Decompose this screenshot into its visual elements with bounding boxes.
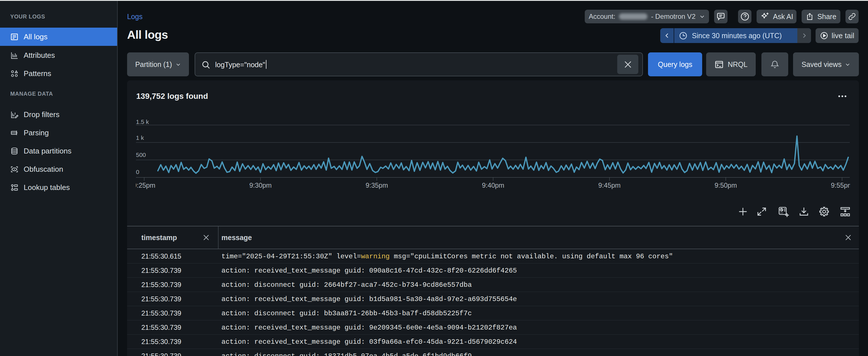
svg-text:500: 500	[136, 152, 146, 158]
svg-text:9:25pm: 9:25pm	[136, 182, 155, 189]
svg-text:9:55pm: 9:55pm	[831, 182, 850, 189]
svg-text:1 k: 1 k	[136, 134, 144, 141]
svg-text:1.5 k: 1.5 k	[136, 119, 149, 125]
svg-text:9:45pm: 9:45pm	[598, 182, 621, 189]
svg-text:9:40pm: 9:40pm	[482, 182, 504, 189]
svg-text:9:50pm: 9:50pm	[715, 182, 737, 189]
svg-text:0: 0	[136, 169, 140, 175]
svg-text:9:35pm: 9:35pm	[366, 182, 388, 189]
svg-text:9:30pm: 9:30pm	[249, 182, 272, 189]
